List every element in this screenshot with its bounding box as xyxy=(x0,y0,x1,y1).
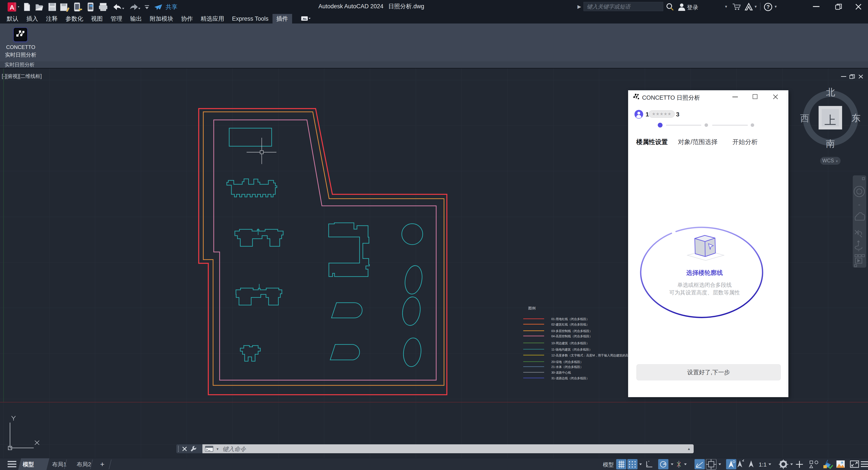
svg-text:03-多层控制线（闭合多线段）: 03-多层控制线（闭合多线段） xyxy=(551,329,592,333)
svg-text:北: 北 xyxy=(826,87,835,97)
svg-text:东: 东 xyxy=(851,113,861,123)
svg-text:20-绿地（闭合多线段）: 20-绿地（闭合多线段） xyxy=(551,360,583,364)
svg-text:1:1: 1:1 xyxy=(759,461,767,468)
svg-text:31-道路边线（闭合多线段）: 31-道路边线（闭合多线段） xyxy=(551,376,589,380)
svg-text:10-周边建筑（闭合多线段）: 10-周边建筑（闭合多线段） xyxy=(551,341,589,345)
svg-text:04-高层控制线（闭合多线段）: 04-高层控制线（闭合多线段） xyxy=(551,335,592,338)
svg-text:南: 南 xyxy=(826,138,835,149)
svg-text:11-场地内建筑（闭合多线段）: 11-场地内建筑（闭合多线段） xyxy=(551,348,592,351)
svg-text:12-高度参数（文字格式：高度M，用于输入周边建筑的高度值）: 12-高度参数（文字格式：高度M，用于输入周边建筑的高度值） xyxy=(551,353,638,357)
svg-text:上: 上 xyxy=(825,114,836,127)
svg-text:30-道路中心线: 30-道路中心线 xyxy=(551,371,571,374)
svg-text:02-建筑红线（闭合多段线）: 02-建筑红线（闭合多段线） xyxy=(551,323,589,326)
svg-text:西: 西 xyxy=(800,113,809,123)
svg-text:图例: 图例 xyxy=(528,306,536,310)
svg-text:21-水体（闭合多线段）: 21-水体（闭合多线段） xyxy=(551,365,583,369)
svg-text:01-用地红线（闭合多线段）: 01-用地红线（闭合多线段） xyxy=(551,317,589,321)
svg-text:?: ? xyxy=(767,4,770,10)
